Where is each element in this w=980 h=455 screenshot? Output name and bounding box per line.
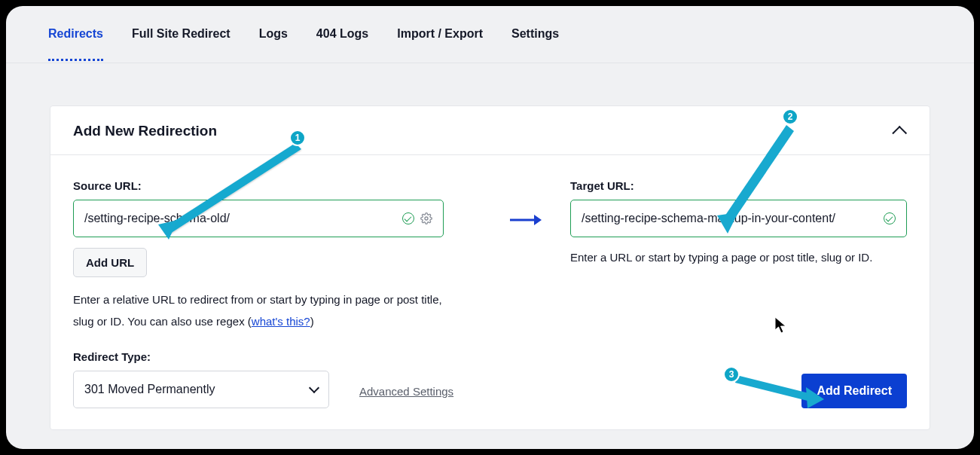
target-input-icons	[884, 212, 896, 224]
redirect-type-label: Redirect Type:	[73, 350, 329, 363]
add-url-button[interactable]: Add URL	[73, 248, 147, 277]
svg-point-0	[425, 217, 428, 220]
source-help-post: )	[310, 315, 314, 328]
chevron-down-icon	[309, 383, 319, 393]
source-url-input[interactable]	[84, 212, 402, 225]
check-icon	[884, 212, 896, 224]
gear-icon[interactable]	[420, 212, 432, 224]
whats-this-link[interactable]: what's this?	[252, 315, 310, 328]
annotation-badge-1: 1	[289, 130, 306, 146]
svg-marker-2	[534, 215, 542, 225]
tab-logs[interactable]: Logs	[259, 8, 288, 61]
source-url-input-wrap	[73, 200, 444, 237]
target-url-label: Target URL:	[570, 179, 907, 192]
check-icon	[402, 212, 414, 224]
card-title: Add New Redirection	[73, 123, 217, 139]
tab-redirects[interactable]: Redirects	[48, 8, 103, 61]
add-redirect-button[interactable]: Add Redirect	[801, 374, 907, 408]
annotation-badge-3: 3	[723, 366, 740, 383]
target-help-text: Enter a URL or start by typing a page or…	[570, 251, 907, 264]
annotation-badge-2: 2	[782, 108, 798, 125]
card-body: Source URL: Add URL	[50, 155, 930, 429]
add-redirection-card: Add New Redirection Source URL:	[50, 105, 930, 430]
arrow-right-icon	[508, 212, 542, 228]
source-column: Source URL: Add URL	[73, 179, 480, 408]
tab-full-site-redirect[interactable]: Full Site Redirect	[132, 8, 230, 61]
redirect-type-value: 301 Moved Permanently	[84, 383, 215, 396]
tabs-bar: Redirects Full Site Redirect Logs 404 Lo…	[6, 6, 974, 63]
source-input-icons	[402, 212, 432, 224]
tab-404-logs[interactable]: 404 Logs	[316, 8, 368, 61]
arrow-column	[480, 179, 570, 408]
app-window: Redirects Full Site Redirect Logs 404 Lo…	[6, 6, 974, 449]
source-help-text: Enter a relative URL to redirect from or…	[73, 289, 450, 332]
source-url-label: Source URL:	[73, 179, 480, 192]
tab-settings[interactable]: Settings	[511, 8, 559, 61]
advanced-settings-link[interactable]: Advanced Settings	[359, 385, 453, 408]
chevron-up-icon[interactable]	[892, 126, 907, 141]
target-url-input-wrap	[570, 200, 907, 237]
target-url-input[interactable]	[582, 212, 884, 225]
tab-import-export[interactable]: Import / Export	[397, 8, 483, 61]
redirect-type-select[interactable]: 301 Moved Permanently	[73, 371, 329, 408]
